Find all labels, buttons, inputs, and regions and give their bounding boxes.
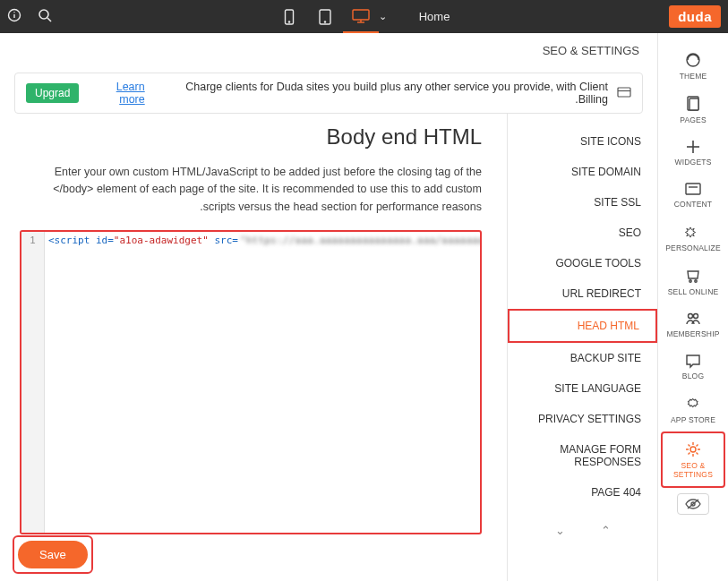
rail-label: PAGES: [680, 115, 707, 124]
rail-seo-settings[interactable]: SEO & SETTINGS: [661, 431, 725, 488]
chevron-down-icon[interactable]: ⌄: [379, 11, 387, 22]
svg-rect-26: [618, 88, 630, 97]
device-switcher: [271, 0, 379, 33]
svg-rect-14: [689, 98, 698, 110]
code-gutter: 1: [21, 232, 45, 533]
code-line: <script id="a1oa-adawidget" src="https:/…: [48, 235, 482, 246]
svg-point-6: [288, 21, 289, 21]
page-title: Body end HTML: [20, 124, 482, 150]
rail-label: PERSONALIZE: [665, 244, 721, 252]
rail-label: THEME: [680, 72, 707, 81]
search-icon[interactable]: [38, 8, 52, 26]
rail-widgets[interactable]: WIDGETS: [661, 132, 725, 174]
topbar-center: Home ⌄: [52, 0, 669, 33]
code-editor[interactable]: 1 <script id="a1oa-adawidget" src="https…: [20, 230, 482, 534]
svg-point-22: [694, 314, 698, 319]
banner-text: Charge clients for Duda sites you build …: [154, 81, 608, 106]
menu-backup-site[interactable]: BACKUP SITE: [508, 343, 657, 373]
menu-privacy-settings[interactable]: PRIVACY SETTINGS: [508, 404, 657, 434]
rail-label: SEO & SETTINGS: [663, 461, 724, 479]
menu-scroll-arrows: ⌃ ⌄: [508, 524, 657, 537]
rail-personalize[interactable]: PERSONALIZE: [661, 216, 725, 260]
line-number: 1: [21, 235, 44, 245]
rail-sell-online[interactable]: SELL ONLINE: [661, 260, 725, 303]
code-token-value: "a1oa-adawidget": [114, 235, 209, 246]
menu-url-redirect[interactable]: URL REDIRECT: [508, 278, 657, 309]
learn-more-link[interactable]: Learn more: [88, 81, 144, 106]
main: SEO & SETTINGS Charge clients for Duda s…: [0, 33, 657, 581]
code-token-attr: src=: [209, 235, 238, 246]
rail-label: APP STORE: [671, 415, 715, 424]
menu-site-icons[interactable]: SITE ICONS: [508, 126, 657, 157]
save-button-highlight: Save: [13, 535, 93, 574]
code-token-tag: <script id=: [48, 235, 114, 246]
breadcrumb-text: SEO & SETTINGS: [543, 44, 639, 57]
rail-label: MEMBERSHIP: [666, 329, 719, 338]
rail-label: CONTENT: [674, 200, 712, 209]
rail-theme[interactable]: THEME: [661, 44, 725, 88]
rail-pages[interactable]: PAGES: [661, 88, 725, 132]
menu-seo[interactable]: SEO: [508, 218, 657, 248]
svg-point-4: [324, 21, 325, 21]
svg-point-20: [695, 280, 697, 282]
rail-label: BLOG: [682, 372, 704, 380]
rail-label: WIDGETS: [674, 158, 711, 167]
rail-membership[interactable]: MEMBERSHIP: [661, 303, 725, 346]
topbar-right: [7, 8, 52, 26]
page-description: Enter your own custom HTML/JavaScript to…: [20, 164, 482, 216]
menu-google-tools[interactable]: GOOGLE TOOLS: [508, 248, 657, 278]
topbar: duda Home ⌄: [0, 0, 728, 33]
menu-head-html[interactable]: HEAD HTML: [508, 309, 657, 343]
menu-site-ssl[interactable]: SITE SSL: [508, 187, 657, 218]
content-pane: Body end HTML Enter your own custom HTML…: [0, 114, 507, 581]
save-button[interactable]: Save: [18, 541, 88, 568]
banner-wrap: Charge clients for Duda sites you build …: [0, 67, 657, 114]
chevron-down-icon[interactable]: ⌄: [555, 524, 565, 537]
svg-point-23: [690, 447, 696, 452]
menu-404-page[interactable]: 404 PAGE: [508, 477, 657, 508]
rail-app-store[interactable]: APP STORE: [661, 388, 725, 431]
right-rail: THEME PAGES WIDGETS CONTENT PERSONALIZE …: [657, 33, 728, 581]
svg-line-8: [47, 18, 51, 21]
page-dropdown-label[interactable]: Home: [419, 10, 450, 23]
info-icon[interactable]: [7, 8, 21, 26]
svg-rect-17: [686, 184, 700, 194]
menu-site-domain[interactable]: SITE DOMAIN: [508, 157, 657, 187]
svg-point-12: [687, 54, 699, 66]
rail-blog[interactable]: BLOG: [661, 346, 725, 388]
logo: duda: [669, 5, 721, 28]
breadcrumb: SEO & SETTINGS: [0, 33, 657, 67]
svg-rect-0: [353, 10, 369, 20]
menu-site-language[interactable]: SITE LANGUAGE: [508, 373, 657, 404]
columns: SITE ICONS SITE DOMAIN SITE SSL SEO GOOG…: [0, 114, 657, 581]
svg-point-7: [39, 10, 48, 19]
desktop-device-button[interactable]: [343, 0, 379, 33]
menu-manage-form-responses[interactable]: MANAGE FORM RESPONSES: [508, 434, 657, 477]
mobile-device-button[interactable]: [271, 0, 307, 33]
settings-submenu: SITE ICONS SITE DOMAIN SITE SSL SEO GOOG…: [507, 114, 657, 581]
svg-point-19: [689, 280, 691, 282]
rail-content[interactable]: CONTENT: [661, 174, 725, 216]
tablet-device-button[interactable]: [307, 0, 343, 33]
billing-icon: [617, 86, 631, 101]
code-blurred-url: "https://aaa.aaaaaaaaaaaaaaa.aaa/aaaaaaa…: [240, 235, 482, 246]
preview-toggle[interactable]: [677, 493, 709, 515]
svg-point-11: [13, 12, 14, 13]
upsell-banner: Charge clients for Duda sites you build …: [14, 73, 643, 114]
upgrade-button[interactable]: Upgrad: [26, 83, 79, 103]
svg-point-21: [689, 314, 693, 319]
rail-label: SELL ONLINE: [668, 287, 719, 296]
chevron-up-icon[interactable]: ⌃: [601, 524, 611, 537]
